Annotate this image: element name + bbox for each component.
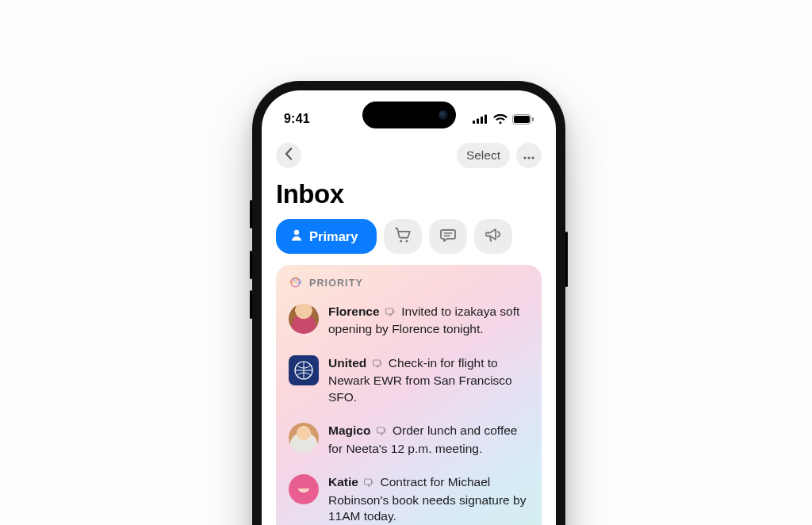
- sender-name: Florence: [328, 305, 380, 318]
- svg-rect-2: [481, 117, 483, 124]
- more-button[interactable]: [516, 143, 542, 168]
- sender-name: Magico: [328, 423, 370, 437]
- priority-header-label: PRIORITY: [309, 278, 363, 289]
- tab-transactions[interactable]: [384, 219, 422, 254]
- message-body: Magico Order lunch and coffee for Neeta'…: [328, 423, 529, 457]
- message-summary: Contract for Michael Robinson's book nee…: [328, 475, 526, 523]
- svg-rect-18: [385, 308, 393, 314]
- priority-header: PRIORITY: [289, 276, 529, 297]
- cellular-icon: [473, 114, 488, 124]
- message-body: Katie Contract for Michael Robinson's bo…: [328, 474, 529, 524]
- priority-item-united[interactable]: United Check-in for flight to Newark EWR…: [289, 349, 529, 416]
- cart-icon: [395, 228, 411, 246]
- svg-rect-22: [365, 479, 372, 485]
- svg-point-8: [527, 156, 530, 159]
- ellipsis-icon: [523, 148, 534, 163]
- sender-name: United: [328, 356, 366, 370]
- svg-point-15: [291, 278, 299, 286]
- phone-frame: 9:41: [252, 81, 565, 525]
- back-button[interactable]: [276, 143, 301, 168]
- battery-icon: [512, 114, 534, 125]
- select-label: Select: [466, 148, 500, 163]
- avatar: [289, 355, 319, 385]
- summarize-icon: [373, 357, 384, 373]
- tab-primary-label: Primary: [309, 229, 358, 244]
- wifi-icon: [493, 114, 508, 125]
- message-body: United Check-in for flight to Newark EWR…: [328, 355, 529, 405]
- avatar: [289, 304, 319, 334]
- svg-rect-21: [377, 427, 384, 433]
- select-button[interactable]: Select: [457, 143, 510, 168]
- message-body: Florence Invited to izakaya soft opening…: [328, 304, 529, 338]
- svg-point-10: [294, 230, 299, 235]
- priority-item-katie[interactable]: Katie Contract for Michael Robinson's bo…: [289, 468, 529, 525]
- priority-section: PRIORITY Florence Invited to izakaya sof…: [276, 265, 542, 525]
- status-time: 9:41: [284, 112, 310, 126]
- svg-rect-5: [514, 116, 530, 123]
- intelligence-icon: [289, 276, 302, 289]
- svg-rect-20: [373, 360, 380, 366]
- svg-rect-1: [477, 119, 479, 125]
- sender-name: Katie: [328, 475, 358, 489]
- summarize-icon: [364, 476, 375, 492]
- svg-point-7: [523, 156, 526, 159]
- tab-updates[interactable]: [429, 219, 467, 254]
- category-row: Primary: [262, 219, 556, 265]
- nav-toolbar: Select: [262, 133, 556, 173]
- svg-point-9: [531, 156, 534, 159]
- priority-item-florence[interactable]: Florence Invited to izakaya soft opening…: [289, 297, 529, 349]
- svg-rect-6: [532, 117, 534, 121]
- svg-rect-0: [473, 121, 475, 124]
- tab-promotions[interactable]: [474, 219, 512, 254]
- person-icon: [290, 228, 303, 244]
- summarize-icon: [377, 424, 388, 440]
- chat-icon: [440, 228, 456, 246]
- tab-primary[interactable]: Primary: [276, 219, 377, 254]
- chevron-left-icon: [285, 148, 293, 163]
- priority-item-magico[interactable]: Magico Order lunch and coffee for Neeta'…: [289, 416, 529, 468]
- phone-screen: 9:41: [262, 90, 556, 525]
- summarize-icon: [385, 305, 396, 321]
- svg-rect-3: [485, 115, 487, 125]
- svg-point-12: [406, 240, 408, 242]
- megaphone-icon: [485, 228, 502, 245]
- svg-point-11: [400, 240, 403, 242]
- page-title: Inbox: [262, 173, 556, 219]
- avatar: [289, 474, 319, 504]
- avatar: [289, 423, 319, 453]
- dynamic-island: [362, 102, 456, 128]
